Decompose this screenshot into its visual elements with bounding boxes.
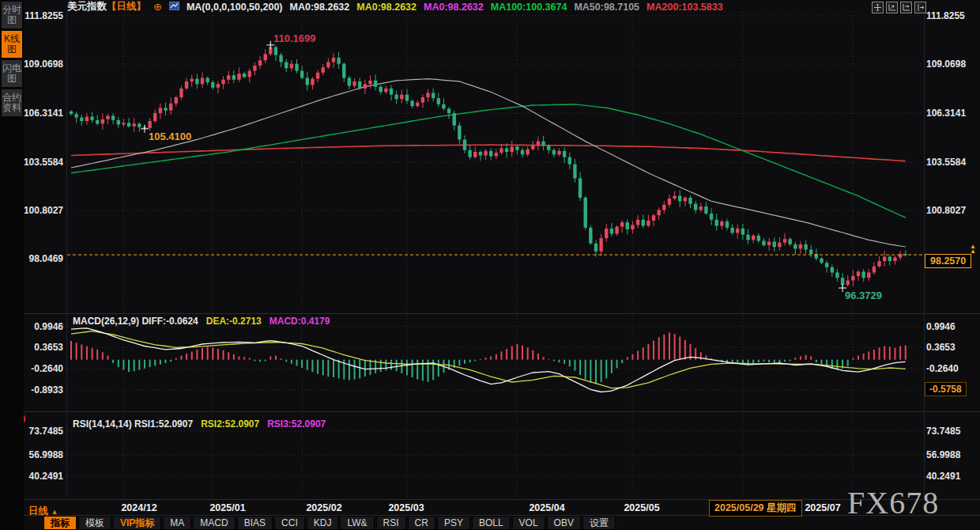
candle-body: [831, 267, 834, 273]
toolbar-item-obv[interactable]: OBV: [547, 516, 581, 530]
candle-body: [678, 196, 681, 202]
candle-body: [715, 220, 718, 226]
shift-right-icon[interactable]: [914, 2, 926, 13]
candle-body: [368, 81, 371, 84]
candle-body: [332, 58, 335, 62]
candle-body: [306, 78, 309, 85]
toolbar-item-macd[interactable]: MACD: [193, 516, 235, 530]
candle-body: [861, 271, 865, 278]
fx678-watermark: FX678: [847, 484, 939, 521]
macd-panel-header: MACD(26,12,9) DIFF:-0.0624 DEA:-0.2713 M…: [73, 316, 330, 327]
toolbar-item-vip指标[interactable]: VIP指标: [113, 516, 161, 530]
toolbar-item-boll[interactable]: BOLL: [472, 516, 511, 530]
sidebar-tab-timeshare[interactable]: 分时图: [2, 2, 22, 28]
toolbar-item-kdj[interactable]: KDJ: [307, 516, 339, 530]
x-axis-date-label: 2025/05: [606, 502, 677, 513]
toolbar-item-psy[interactable]: PSY: [437, 516, 470, 530]
candle-body: [90, 116, 93, 119]
toolbar-item-vol[interactable]: VOL: [512, 516, 545, 530]
candle-body: [757, 236, 760, 241]
toolbar-item-rsi[interactable]: RSI: [376, 516, 406, 530]
toolbar-item-指标[interactable]: 指标: [43, 516, 77, 530]
candle-body: [489, 151, 492, 157]
jul-low-annotation: 96.3729: [845, 290, 882, 301]
candle-body: [668, 199, 671, 205]
candle-body: [421, 97, 424, 103]
toolbar-item-cci[interactable]: CCI: [274, 516, 305, 530]
candle-body: [127, 123, 130, 126]
ma0-value-3: MA0:98.2632: [424, 2, 484, 13]
candle-body: [159, 108, 162, 113]
toolbar-item-bias[interactable]: BIAS: [237, 516, 273, 530]
candle-body: [788, 239, 791, 244]
macd-cursor-value-box: -0.5758: [925, 382, 967, 396]
candle-body: [211, 82, 214, 88]
candle-body: [122, 123, 125, 124]
candle-body: [384, 89, 387, 92]
candle-body: [80, 118, 83, 121]
x-axis-date-label: 2025/04: [511, 502, 582, 513]
candle-body: [468, 150, 471, 157]
candle-body: [694, 204, 697, 210]
add-overlay-icon[interactable]: ⊕: [153, 1, 162, 13]
macd-axis-label: 0.9946: [926, 321, 956, 332]
candle-body: [237, 74, 240, 80]
candle-body: [358, 81, 361, 89]
candle-body: [652, 215, 655, 221]
toolbar-item-cr[interactable]: CR: [408, 516, 435, 530]
candle-body: [710, 214, 713, 220]
candle-body: [274, 47, 277, 55]
rsi-params: RSI(14,14,14) RSI1:52.0907: [73, 418, 193, 430]
candle-body: [646, 221, 650, 226]
candle-body: [594, 244, 597, 252]
candle-body: [442, 104, 445, 109]
candle-body: [851, 276, 854, 281]
candle-body: [599, 238, 602, 252]
sidebar-tab-flash[interactable]: 闪电图: [2, 60, 22, 87]
candle-body: [499, 149, 503, 153]
x-axis-date-label: 2024/12: [104, 502, 175, 513]
candle-body: [447, 108, 450, 113]
ma100-line: [71, 104, 906, 218]
candle-body: [85, 116, 89, 121]
candle-body: [379, 87, 383, 93]
candle-body: [820, 259, 823, 263]
candle-body: [311, 79, 314, 85]
candle-body: [537, 142, 540, 145]
toolbar-item-模板[interactable]: 模板: [78, 516, 111, 530]
candle-body: [432, 93, 435, 98]
candle-body: [437, 98, 440, 104]
toolbar-item-ma[interactable]: MA: [163, 516, 191, 530]
axis-pan-icon[interactable]: [900, 2, 912, 13]
chart-header: 美元指数【日线】 ⊕ MA(0,0,0,100,50,200) MA0:98.2…: [67, 1, 723, 13]
candle-body: [205, 78, 209, 82]
toolbar-item-lw&[interactable]: LW&: [340, 516, 374, 530]
macd-axis-label: -0.2640: [926, 363, 959, 374]
candle-body: [736, 229, 739, 233]
candle-body: [326, 62, 330, 67]
price-axis-label: 109.0698: [926, 59, 966, 70]
candle-body: [673, 196, 676, 199]
cursor-date-box: 2025/05/29 星期四: [709, 500, 802, 517]
candle-body: [390, 89, 393, 95]
sidebar-tab-kline[interactable]: K线图: [2, 31, 22, 58]
candle-body: [804, 244, 807, 250]
move-icon[interactable]: [872, 2, 884, 13]
candle-body: [74, 114, 77, 117]
candle-body: [164, 108, 167, 110]
candle-body: [175, 97, 178, 104]
sidebar-tab-contract-info[interactable]: 合约资料: [2, 89, 22, 116]
candle-body: [752, 236, 755, 240]
axis-zoom-icon[interactable]: [886, 2, 898, 13]
candle-body: [342, 64, 345, 78]
candle-body: [726, 221, 729, 228]
price-axis-label: 106.3141: [926, 108, 966, 119]
toolbar-item-设置[interactable]: 设置: [582, 516, 616, 530]
candle-body: [285, 62, 288, 68]
candle-body: [217, 84, 220, 87]
chart-type-icon[interactable]: [169, 2, 179, 13]
candle-body: [511, 146, 514, 152]
candle-body: [626, 222, 629, 229]
candle-body: [394, 95, 398, 100]
candle-body: [552, 150, 556, 155]
